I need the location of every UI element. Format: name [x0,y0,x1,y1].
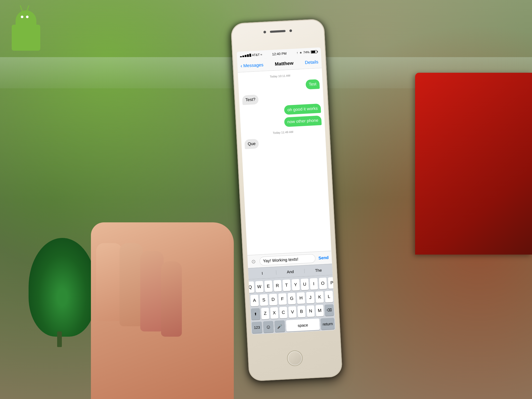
key-z[interactable]: Z [261,308,269,320]
send-button[interactable]: Send [317,255,330,260]
autocomplete-item-1[interactable]: I [248,270,276,276]
return-key[interactable]: return [321,318,335,330]
message-row-sent-phone: now other phone [243,116,322,129]
signal-dot-1 [240,56,242,57]
message-row-received-que: Que [244,136,323,149]
key-y[interactable]: Y [291,279,300,291]
key-w[interactable]: W [255,281,263,293]
keyboard-row-1: Q W E R T Y U I O P [249,277,332,293]
status-right: ↑ ∗ 74% [296,50,318,55]
keyboard-row-2: A S D F G H J K L [250,291,333,307]
iphone-device: AT&T ≈ 12:40 PM ↑ ∗ 74% [230,19,343,382]
sensor [289,29,292,32]
key-f[interactable]: F [278,293,287,305]
timestamp-2: Today 11:49 AM [244,129,322,136]
key-q[interactable]: Q [246,281,254,293]
bubble-sent-works: oh good it works [284,103,321,115]
bubble-sent-phone: now other phone [284,116,322,127]
bubble-received-test: Test? [242,95,259,105]
bluetooth-icon: ∗ [299,51,302,55]
key-n[interactable]: N [307,305,315,317]
key-v[interactable]: V [288,306,297,318]
autocomplete-item-3[interactable]: The [304,267,332,273]
timestamp-1: Today 10:11 AM [241,72,319,80]
android-figure [0,0,78,73]
battery-tip [317,51,318,52]
conversation-title: Matthew [275,61,294,67]
bubble-received-que: Que [244,139,259,149]
camera-icon: ⊙ [251,258,256,265]
keyboard-row-4: 123 ☺ 🎤 space return [252,318,335,334]
iphone-screen: AT&T ≈ 12:40 PM ↑ ∗ 74% [237,47,336,334]
key-t[interactable]: T [282,280,291,291]
emoji-key[interactable]: ☺ [263,321,274,333]
key-k[interactable]: K [315,291,324,303]
status-time: 12:40 PM [272,51,287,56]
signal-dot-2 [242,56,244,57]
key-c[interactable]: C [279,307,288,318]
message-row-sent-test: Test [241,79,320,93]
signal-dot-4 [247,54,249,57]
battery-fill [311,51,315,53]
messages-list: Today 10:11 AM Test Test? oh good it wor… [238,68,331,255]
key-x[interactable]: X [270,307,278,319]
key-o[interactable]: O [319,277,327,289]
key-l[interactable]: L [325,291,333,303]
key-d[interactable]: D [269,294,277,305]
signal-bars [240,54,251,57]
plant [26,230,99,347]
signal-arrows: ↑ [296,51,298,55]
earpiece-speaker [270,30,285,33]
key-g[interactable]: G [288,293,296,305]
input-text-value: Yay! Working texts! [263,257,298,263]
key-m[interactable]: M [316,305,324,317]
space-key[interactable]: space [286,318,320,332]
delete-key[interactable]: ⌫ [324,304,334,316]
iphone-top-sensors [263,29,292,34]
front-camera [263,31,266,34]
bubble-sent-test: Test [305,79,320,90]
home-button[interactable] [287,350,303,367]
key-r[interactable]: R [273,280,282,292]
key-u[interactable]: U [301,278,309,290]
battery-percent: 74% [303,50,310,54]
status-left: AT&T ≈ [240,53,262,57]
key-s[interactable]: S [260,294,268,306]
battery-icon [311,50,318,54]
key-e[interactable]: E [264,280,272,292]
carrier-label: AT&T [252,53,260,57]
back-label[interactable]: Messages [243,62,263,68]
numbers-key[interactable]: 123 [252,322,262,334]
battery-body [311,50,317,54]
back-chevron-icon: ‹ [240,63,242,69]
mic-key[interactable]: 🎤 [274,320,285,332]
key-j[interactable]: J [306,292,315,304]
wifi-icon: ≈ [260,53,262,56]
shift-key[interactable]: ⬆ [251,308,260,320]
camera-button[interactable]: ⊙ [250,257,258,266]
key-b[interactable]: B [297,306,306,318]
signal-dot-5 [249,54,251,57]
key-p[interactable]: P [328,277,336,289]
details-button[interactable]: Details [305,59,318,65]
signal-dot-3 [245,55,247,57]
red-product-box [415,73,532,255]
message-text-input[interactable]: Yay! Working texts! [259,254,315,265]
message-row-sent-works: oh good it works [243,103,321,117]
key-a[interactable]: A [250,295,259,307]
key-h[interactable]: H [297,292,305,304]
back-button[interactable]: ‹ Messages [240,62,263,69]
autocomplete-item-2[interactable]: And [276,269,305,275]
message-row-received-test: Test? [242,91,321,105]
keyboard[interactable]: Q W E R T Y U I O P A S [249,275,336,335]
keyboard-row-3: ⬆ Z X C V B N M ⌫ [251,304,334,320]
key-i[interactable]: I [310,278,318,290]
